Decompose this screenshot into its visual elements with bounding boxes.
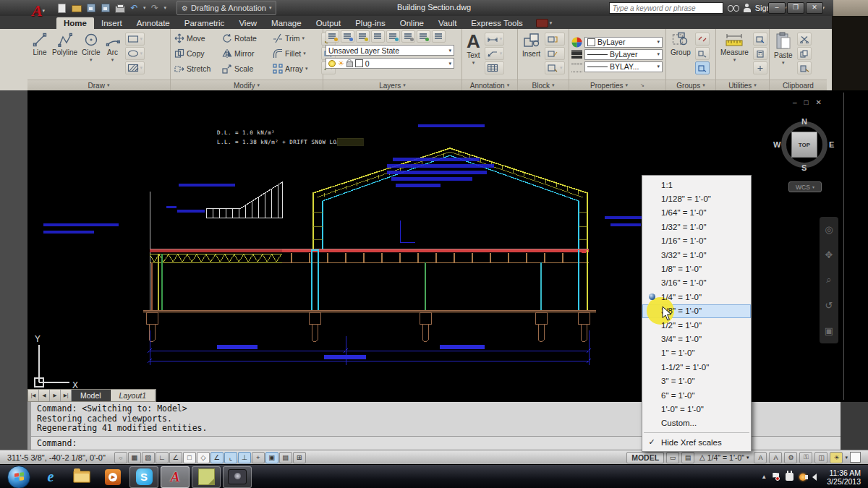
- layer-lock-icon[interactable]: [401, 30, 415, 43]
- action-center-icon[interactable]: [773, 473, 780, 481]
- viewport-close-icon[interactable]: ✕: [816, 98, 822, 106]
- clipboard-panel-title[interactable]: Clipboard: [770, 80, 827, 90]
- speaker-icon[interactable]: [812, 474, 817, 481]
- viewport-restore-icon[interactable]: □: [804, 98, 809, 106]
- scale-option[interactable]: 3/16" = 1'-0": [642, 276, 751, 290]
- viewcube-east[interactable]: E: [829, 140, 834, 149]
- search-icon[interactable]: [728, 4, 739, 12]
- circle-tool[interactable]: Circle ▾: [80, 30, 103, 77]
- annotation-panel-title[interactable]: Annotation▾: [462, 80, 517, 90]
- undo-dropdown-arrow[interactable]: ▾: [143, 5, 146, 11]
- selection-cycling-toggle[interactable]: ⊞: [293, 452, 306, 463]
- tab-insert[interactable]: Insert: [94, 17, 129, 29]
- isolate-objects-icon[interactable]: ☀: [830, 452, 843, 463]
- toolbar-lock-icon[interactable]: ⚿: [799, 452, 812, 463]
- quick-view-layouts-icon[interactable]: ▭: [666, 452, 679, 463]
- hardware-accel-icon[interactable]: ◫: [814, 452, 827, 463]
- taskbar-internet-explorer[interactable]: e: [36, 466, 65, 488]
- hatch-tool[interactable]: ▾: [125, 61, 145, 74]
- layer-state-dropdown[interactable]: Unsaved Layer State▾: [326, 45, 454, 56]
- undo-button[interactable]: ↶: [129, 4, 140, 13]
- tab-model[interactable]: Model: [72, 390, 111, 401]
- scale-option[interactable]: 1/16" = 1'-0": [642, 234, 751, 248]
- showmotion-icon[interactable]: ▣: [825, 325, 833, 336]
- taskbar-clock[interactable]: 11:36 AM 3/25/2013: [822, 468, 861, 486]
- rectangle-tool[interactable]: ▾: [125, 33, 145, 46]
- move-tool[interactable]: Move: [173, 33, 221, 43]
- new-file-icon[interactable]: [56, 4, 67, 13]
- dimension-tool[interactable]: ▾: [485, 33, 505, 46]
- prev-layout-button[interactable]: ◀: [39, 390, 50, 401]
- layer-isolate-icon[interactable]: [356, 30, 370, 43]
- fillet-tool[interactable]: Fillet▾: [271, 48, 319, 59]
- lwt-display-toggle[interactable]: +: [252, 452, 265, 463]
- quick-select-tool[interactable]: [753, 33, 767, 46]
- block-panel-title[interactable]: Block▾: [518, 80, 569, 90]
- rotate-tool[interactable]: Rotate: [221, 33, 271, 43]
- model-space-button[interactable]: MODEL: [626, 452, 664, 463]
- scale-option[interactable]: 3" = 1'-0": [642, 374, 751, 388]
- paste-special-tool[interactable]: [797, 61, 812, 74]
- tab-view[interactable]: View: [231, 17, 264, 29]
- zoom-icon[interactable]: ⌕: [826, 274, 831, 286]
- scale-option[interactable]: 1/8" = 1'-0": [642, 262, 751, 275]
- paste-tool[interactable]: Paste ▾: [772, 30, 795, 77]
- mirror-tool[interactable]: Mirror: [221, 48, 271, 59]
- layer-properties-icon[interactable]: [326, 30, 339, 43]
- layer-dropdown[interactable]: ☀ 0▾: [326, 58, 454, 69]
- layer-off-icon[interactable]: [341, 30, 354, 43]
- scale-option[interactable]: 1:1: [642, 178, 751, 192]
- workspace-gear-icon[interactable]: ⚙: [784, 452, 797, 463]
- array-tool[interactable]: Array▾: [271, 64, 319, 74]
- infer-constraints-toggle[interactable]: ⌔: [114, 452, 127, 463]
- scale-option[interactable]: 3/4" = 1'-0": [642, 332, 751, 346]
- ortho-toggle[interactable]: ∟: [156, 452, 169, 463]
- quick-view-drawings-icon[interactable]: ▤: [681, 452, 694, 463]
- pan-icon[interactable]: ✥: [825, 249, 833, 260]
- viewport-minimize-icon[interactable]: –: [793, 98, 797, 106]
- last-layout-button[interactable]: ▶|: [61, 390, 72, 401]
- wcs-menu[interactable]: WCS▾: [788, 181, 822, 192]
- measure-tool[interactable]: Measure ▾: [718, 30, 751, 77]
- tab-layout1[interactable]: Layout1: [111, 390, 156, 401]
- scale-option[interactable]: 1'-0" = 1'-0": [642, 402, 751, 416]
- line-tool[interactable]: Line: [30, 30, 50, 77]
- steering-wheel-icon[interactable]: ◎: [825, 224, 833, 235]
- edit-block-tool[interactable]: [545, 47, 565, 60]
- minimize-button[interactable]: –: [768, 2, 786, 14]
- scale-option[interactable]: 6" = 1'-0": [642, 388, 751, 402]
- scale-option[interactable]: 1/128" = 1'-0": [642, 192, 751, 205]
- ducs-toggle[interactable]: ⌞: [224, 452, 237, 463]
- taskbar-autocad[interactable]: A: [161, 466, 190, 488]
- group-tool[interactable]: Group: [668, 30, 693, 77]
- layers-panel-title[interactable]: Layers▾: [323, 80, 461, 90]
- tab-vault[interactable]: Vault: [431, 17, 464, 29]
- modify-panel-title[interactable]: Modify▾: [171, 80, 323, 90]
- block-attributes-tool[interactable]: ▾: [545, 61, 565, 74]
- autocad-app-menu[interactable]: A▾: [26, 0, 51, 22]
- taskbar-notes-app[interactable]: [192, 466, 221, 488]
- first-layout-button[interactable]: |◀: [28, 390, 39, 401]
- tab-online[interactable]: Online: [393, 17, 431, 29]
- redo-dropdown-arrow[interactable]: ▾: [164, 5, 167, 11]
- snap-toggle[interactable]: ▦: [128, 452, 141, 463]
- viewcube-west[interactable]: W: [773, 140, 780, 149]
- osnap-toggle[interactable]: □: [183, 452, 196, 463]
- layer-freeze-icon[interactable]: [386, 30, 400, 43]
- tab-annotate[interactable]: Annotate: [129, 17, 177, 29]
- osnap3d-toggle[interactable]: ◇: [197, 452, 210, 463]
- scale-option[interactable]: 1/32" = 1'-0": [642, 220, 751, 234]
- layer-unisolate-icon[interactable]: [371, 30, 385, 43]
- arc-tool[interactable]: Arc ▾: [103, 30, 123, 77]
- tab-manage[interactable]: Manage: [264, 17, 309, 29]
- redo-button[interactable]: ↷: [150, 4, 161, 13]
- power-plug-icon[interactable]: [786, 473, 793, 481]
- dyn-toggle[interactable]: ⊥: [238, 452, 251, 463]
- taskbar-skype[interactable]: S: [129, 466, 158, 488]
- stretch-tool[interactable]: Stretch: [173, 64, 221, 74]
- tab-home[interactable]: Home: [56, 17, 94, 29]
- start-button[interactable]: [7, 466, 30, 488]
- tab-plugins[interactable]: Plug-ins: [348, 17, 393, 29]
- scale-option[interactable]: 1" = 1'-0": [642, 346, 751, 360]
- copy-tool[interactable]: Copy: [173, 48, 221, 59]
